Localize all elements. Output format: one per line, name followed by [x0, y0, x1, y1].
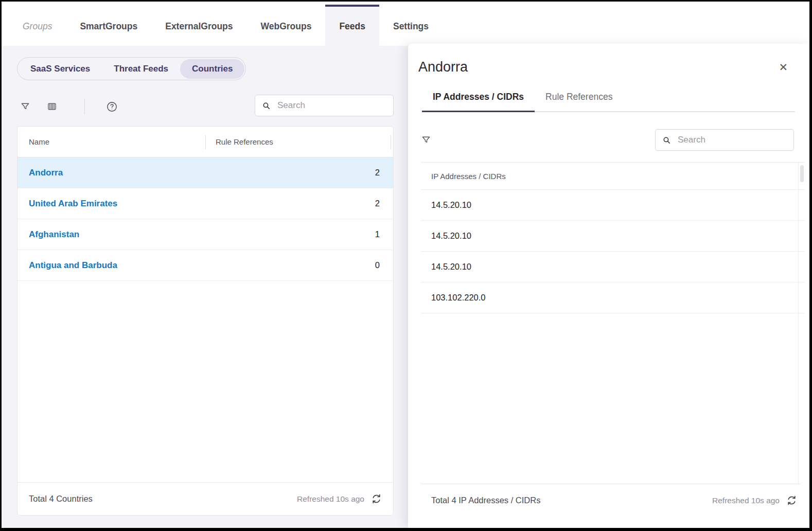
detail-tabs: IP Addresses / CIDRs Rule References	[422, 85, 795, 112]
table-row-ip[interactable]: 14.5.20.10	[421, 221, 805, 252]
ip-value: 14.5.20.10	[431, 231, 471, 241]
tab-ip-addresses-cidrs[interactable]: IP Addresses / CIDRs	[422, 85, 535, 112]
tab-feeds[interactable]: Feeds	[325, 5, 379, 46]
search-icon	[262, 101, 271, 110]
feed-type-switcher: SaaS Services Threat Feeds Countries	[17, 57, 246, 80]
table-empty-area	[17, 281, 393, 482]
table-row-ip[interactable]: 14.5.20.10	[421, 190, 805, 221]
table-row-united-arab-emirates[interactable]: United Arab Emirates 2	[17, 188, 393, 219]
ip-value: 103.102.220.0	[431, 293, 486, 303]
rule-references-count: 2	[375, 168, 380, 178]
toolbar-divider	[84, 99, 85, 114]
table-row-ip[interactable]: 103.102.220.0	[421, 282, 805, 313]
app-window: Groups SmartGroups ExternalGroups WebGro…	[0, 0, 812, 531]
country-link[interactable]: Antigua and Barbuda	[29, 260, 117, 271]
ip-value: 14.5.20.10	[431, 262, 471, 272]
table-row-antigua-and-barbuda[interactable]: Antigua and Barbuda 0	[17, 250, 393, 281]
column-divider[interactable]	[205, 135, 206, 149]
refreshed-label: Refreshed 10s ago	[297, 494, 364, 504]
filter-icon[interactable]	[421, 135, 431, 145]
ip-value: 14.5.20.10	[431, 200, 471, 210]
countries-search-input[interactable]	[276, 100, 386, 111]
country-link[interactable]: Andorra	[29, 168, 63, 178]
detail-panel-header: Andorra ✕	[408, 44, 809, 75]
countries-toolbar	[20, 99, 118, 114]
ip-footer: Total 4 IP Addresses / CIDRs Refreshed 1…	[421, 484, 800, 517]
rule-references-count: 1	[375, 229, 380, 239]
column-header-name[interactable]: Name	[17, 137, 205, 146]
rule-references-count: 0	[375, 260, 380, 270]
column-header-rule-references[interactable]: Rule References	[205, 137, 393, 146]
countries-footer: Total 4 Countries Refreshed 10s ago	[17, 482, 393, 515]
columns-icon[interactable]	[46, 101, 58, 112]
detail-toolbar	[421, 129, 794, 151]
refresh-icon[interactable]	[371, 493, 382, 504]
countries-table: Name Rule References Andorra 2 United Ar…	[17, 126, 394, 516]
pill-countries[interactable]: Countries	[180, 59, 244, 79]
countries-table-header: Name Rule References	[17, 127, 393, 157]
tab-settings[interactable]: Settings	[379, 5, 443, 46]
panel-title: Andorra	[418, 59, 468, 75]
table-row-afghanistan[interactable]: Afghanistan 1	[17, 219, 393, 250]
rule-references-count: 2	[375, 199, 380, 208]
help-icon[interactable]	[106, 101, 118, 113]
ip-search-input[interactable]	[677, 134, 787, 146]
country-link[interactable]: United Arab Emirates	[29, 199, 117, 209]
tab-smartgroups[interactable]: SmartGroups	[66, 5, 151, 46]
column-divider[interactable]	[391, 135, 391, 149]
search-icon	[662, 136, 671, 145]
pill-saas-services[interactable]: SaaS Services	[19, 59, 102, 79]
country-link[interactable]: Afghanistan	[29, 229, 79, 240]
scrollbar-track[interactable]	[798, 162, 805, 484]
detail-panel: Andorra ✕ IP Addresses / CIDRs Rule Refe…	[408, 44, 809, 528]
pill-threat-feeds[interactable]: Threat Feeds	[102, 59, 180, 79]
countries-search	[255, 95, 394, 116]
refresh-icon[interactable]	[786, 495, 797, 506]
tab-rule-references[interactable]: Rule References	[535, 85, 623, 112]
total-ip-label: Total 4 IP Addresses / CIDRs	[431, 495, 540, 505]
total-countries-label: Total 4 Countries	[29, 494, 93, 504]
ip-search	[655, 129, 794, 151]
tab-externalgroups[interactable]: ExternalGroups	[151, 5, 246, 46]
close-icon[interactable]: ✕	[776, 60, 790, 75]
scrollbar-thumb[interactable]	[800, 165, 804, 182]
tab-groups[interactable]: Groups	[9, 5, 66, 46]
tab-webgroups[interactable]: WebGroups	[247, 5, 326, 46]
table-row-andorra[interactable]: Andorra 2	[17, 157, 393, 188]
refreshed-label: Refreshed 10s ago	[712, 496, 780, 505]
ip-table: IP Addresses / CIDRs 14.5.20.10 14.5.20.…	[421, 162, 805, 484]
filter-icon[interactable]	[20, 101, 30, 112]
column-header-ip-addresses[interactable]: IP Addresses / CIDRs	[421, 162, 805, 190]
top-nav: Groups SmartGroups ExternalGroups WebGro…	[2, 2, 809, 46]
table-row-ip[interactable]: 14.5.20.10	[421, 252, 805, 282]
